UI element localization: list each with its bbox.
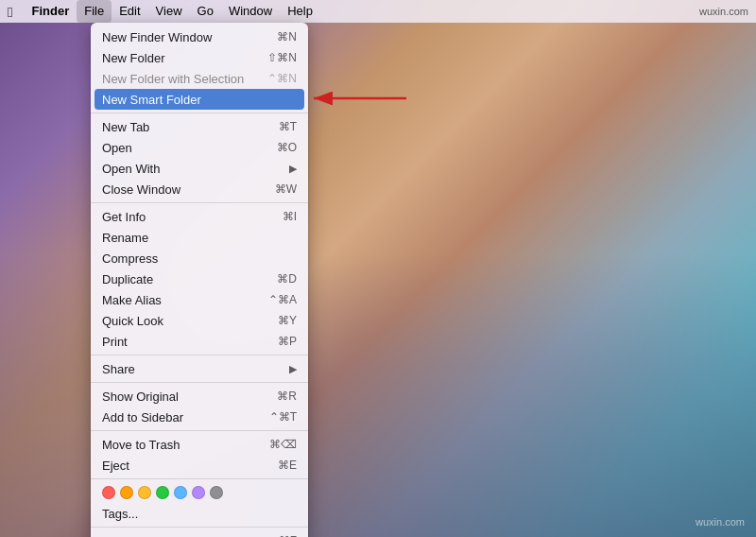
menubar-finder[interactable]: Finder	[24, 0, 77, 23]
menu-item-find[interactable]: Find ⌘F	[91, 530, 308, 537]
menu-item-eject[interactable]: Eject ⌘E	[91, 455, 308, 476]
menu-separator-4	[91, 382, 308, 383]
menu-separator-6	[91, 478, 308, 479]
menubar-help[interactable]: Help	[280, 0, 320, 23]
menu-item-close-window[interactable]: Close Window ⌘W	[91, 179, 308, 199]
menu-item-print[interactable]: Print ⌘P	[91, 331, 308, 352]
menu-separator-3	[91, 355, 308, 355]
menu-separator-7	[91, 527, 308, 528]
tag-color-picker[interactable]	[91, 482, 308, 503]
tag-red[interactable]	[102, 486, 115, 499]
menubar-view[interactable]: View	[148, 0, 190, 23]
menu-item-duplicate[interactable]: Duplicate ⌘D	[91, 268, 308, 289]
apple-menu-button[interactable]: 	[8, 4, 12, 20]
menu-item-new-folder-selection: New Folder with Selection ⌃⌘N	[91, 68, 308, 89]
tag-green[interactable]	[156, 486, 169, 499]
menu-item-tags[interactable]: Tags...	[91, 503, 308, 524]
menu-item-new-tab[interactable]: New Tab ⌘T	[91, 116, 308, 137]
menubar-right: wuxin.com	[699, 6, 748, 17]
menu-item-share[interactable]: Share ▶	[91, 358, 308, 379]
menubar-window[interactable]: Window	[221, 0, 280, 23]
menu-separator-5	[91, 430, 308, 431]
arrow-annotation	[302, 84, 416, 116]
menu-item-move-to-trash[interactable]: Move to Trash ⌘⌫	[91, 434, 308, 455]
menu-item-get-info[interactable]: Get Info ⌘I	[91, 206, 308, 227]
menu-item-rename[interactable]: Rename	[91, 227, 308, 248]
file-dropdown-menu: New Finder Window ⌘N New Folder ⇧⌘N New …	[91, 23, 308, 537]
menubar-edit[interactable]: Edit	[112, 0, 147, 23]
watermark: wuxin.com	[696, 516, 745, 528]
tag-yellow[interactable]	[138, 486, 151, 499]
menu-item-open-with[interactable]: Open With ▶	[91, 158, 308, 179]
menu-item-compress[interactable]: Compress	[91, 248, 308, 268]
menu-item-show-original[interactable]: Show Original ⌘R	[91, 386, 308, 407]
menu-item-new-smart-folder[interactable]: New Smart Folder	[94, 89, 304, 110]
menu-separator-1	[91, 113, 308, 113]
tag-orange[interactable]	[120, 486, 133, 499]
menu-item-new-finder-window[interactable]: New Finder Window ⌘N	[91, 26, 308, 47]
watermark-menubar: wuxin.com	[699, 6, 748, 17]
menubar:  Finder File Edit View Go Window Help w…	[0, 0, 756, 23]
tag-purple[interactable]	[192, 486, 205, 499]
tag-blue[interactable]	[174, 486, 187, 499]
menu-item-add-to-sidebar[interactable]: Add to Sidebar ⌃⌘T	[91, 407, 308, 427]
tag-gray[interactable]	[210, 486, 223, 499]
desktop:  Finder File Edit View Go Window Help w…	[0, 0, 756, 537]
menu-separator-2	[91, 202, 308, 203]
menubar-go[interactable]: Go	[190, 0, 221, 23]
menu-item-make-alias[interactable]: Make Alias ⌃⌘A	[91, 289, 308, 310]
menu-item-new-folder[interactable]: New Folder ⇧⌘N	[91, 47, 308, 68]
menu-item-open[interactable]: Open ⌘O	[91, 137, 308, 158]
menu-item-quick-look[interactable]: Quick Look ⌘Y	[91, 310, 308, 331]
menubar-file[interactable]: File	[77, 0, 112, 23]
